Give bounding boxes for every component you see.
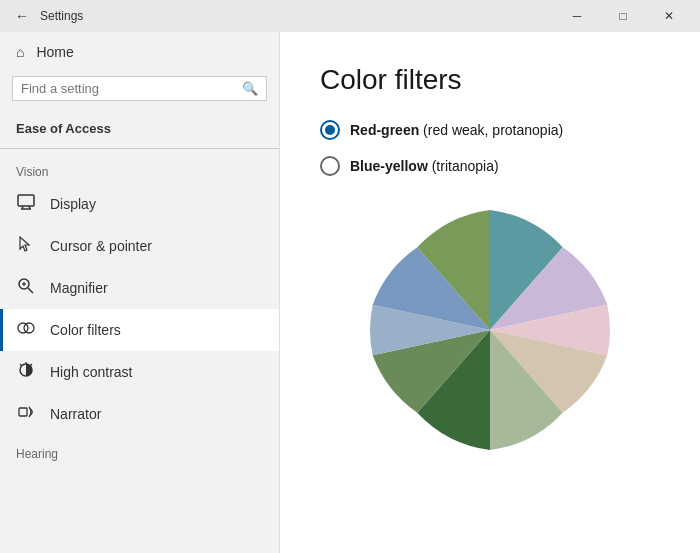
sidebar: ⌂ Home 🔍 Ease of Access Vision Display bbox=[0, 32, 280, 553]
page-title: Color filters bbox=[320, 64, 660, 96]
sidebar-item-narrator[interactable]: Narrator bbox=[0, 393, 279, 435]
search-input[interactable] bbox=[21, 81, 242, 96]
window-controls: ─ □ ✕ bbox=[554, 0, 692, 32]
color-filters-icon bbox=[16, 319, 36, 341]
sidebar-item-cursor-label: Cursor & pointer bbox=[50, 238, 152, 254]
sidebar-category-hearing: Hearing bbox=[0, 439, 279, 465]
radio-label-rest-blue-yellow: (tritanopia) bbox=[428, 158, 499, 174]
close-button[interactable]: ✕ bbox=[646, 0, 692, 32]
sidebar-item-color-filters-label: Color filters bbox=[50, 322, 121, 338]
sidebar-item-magnifier-label: Magnifier bbox=[50, 280, 108, 296]
svg-rect-14 bbox=[19, 408, 27, 416]
svg-line-12 bbox=[30, 364, 32, 366]
sidebar-item-high-contrast[interactable]: High contrast bbox=[0, 351, 279, 393]
radio-blue-yellow[interactable]: Blue-yellow (tritanopia) bbox=[320, 156, 660, 176]
main-layout: ⌂ Home 🔍 Ease of Access Vision Display bbox=[0, 32, 700, 553]
sidebar-item-cursor[interactable]: Cursor & pointer bbox=[0, 225, 279, 267]
radio-label-red-green: Red-green (red weak, protanopia) bbox=[350, 122, 563, 138]
sidebar-item-magnifier[interactable]: Magnifier bbox=[0, 267, 279, 309]
minimize-button[interactable]: ─ bbox=[554, 0, 600, 32]
svg-rect-0 bbox=[18, 195, 34, 206]
back-button[interactable]: ← bbox=[8, 2, 36, 30]
svg-line-11 bbox=[20, 364, 22, 366]
sidebar-divider bbox=[0, 148, 279, 149]
radio-label-blue-yellow: Blue-yellow (tritanopia) bbox=[350, 158, 499, 174]
radio-circle-red-green bbox=[320, 120, 340, 140]
sidebar-item-narrator-label: Narrator bbox=[50, 406, 101, 422]
maximize-button[interactable]: □ bbox=[600, 0, 646, 32]
cursor-icon bbox=[16, 235, 36, 257]
svg-point-8 bbox=[18, 323, 28, 333]
magnifier-icon bbox=[16, 277, 36, 299]
radio-circle-blue-yellow bbox=[320, 156, 340, 176]
radio-red-green[interactable]: Red-green (red weak, protanopia) bbox=[320, 120, 660, 140]
sidebar-section-title: Ease of Access bbox=[0, 113, 279, 140]
svg-point-9 bbox=[24, 323, 34, 333]
sidebar-search-container: 🔍 bbox=[12, 76, 267, 101]
titlebar-title: Settings bbox=[40, 9, 554, 23]
back-icon: ← bbox=[15, 8, 29, 24]
display-icon bbox=[16, 193, 36, 215]
search-icon: 🔍 bbox=[242, 81, 258, 96]
narrator-icon bbox=[16, 403, 36, 425]
sidebar-category-vision: Vision bbox=[0, 157, 279, 183]
radio-label-rest-red-green: (red weak, protanopia) bbox=[419, 122, 563, 138]
sidebar-item-display-label: Display bbox=[50, 196, 96, 212]
radio-label-bold-blue-yellow: Blue-yellow bbox=[350, 158, 428, 174]
sidebar-item-home[interactable]: ⌂ Home bbox=[0, 32, 279, 72]
high-contrast-icon bbox=[16, 361, 36, 383]
pie-chart-container bbox=[320, 200, 660, 460]
svg-line-5 bbox=[28, 288, 33, 293]
content-area: Color filters Red-green (red weak, prota… bbox=[280, 32, 700, 553]
color-wheel-chart bbox=[360, 200, 620, 460]
sidebar-item-display[interactable]: Display bbox=[0, 183, 279, 225]
radio-label-bold-red-green: Red-green bbox=[350, 122, 419, 138]
titlebar: ← Settings ─ □ ✕ bbox=[0, 0, 700, 32]
home-icon: ⌂ bbox=[16, 44, 24, 60]
sidebar-home-label: Home bbox=[36, 44, 73, 60]
color-filter-options: Red-green (red weak, protanopia) Blue-ye… bbox=[320, 120, 660, 176]
sidebar-item-high-contrast-label: High contrast bbox=[50, 364, 132, 380]
sidebar-item-color-filters[interactable]: Color filters bbox=[0, 309, 279, 351]
